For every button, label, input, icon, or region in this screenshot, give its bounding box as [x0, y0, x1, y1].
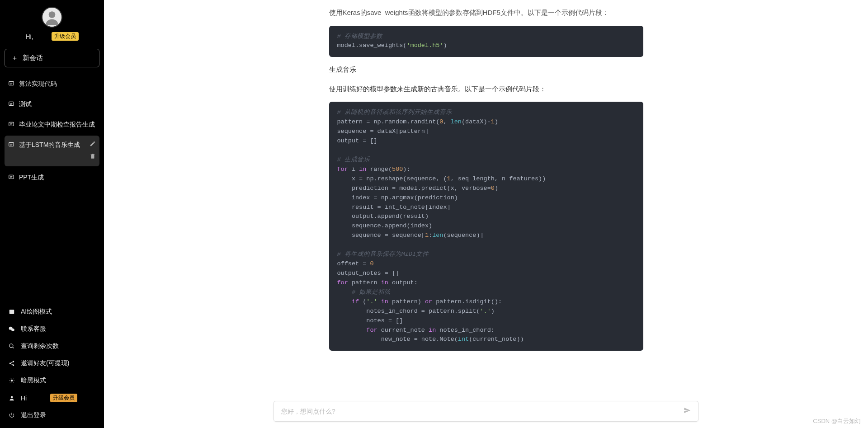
username-redacted: [36, 34, 49, 39]
svg-point-8: [10, 311, 11, 312]
svg-point-10: [13, 361, 14, 362]
conversation-item-active[interactable]: 基于LSTM的音乐生成: [5, 136, 99, 166]
tool-label: 退出登录: [21, 411, 46, 419]
conversation-label: 毕业论文中期检查报告生成: [19, 120, 96, 129]
tool-label: AI绘图模式: [21, 308, 52, 316]
query-remaining[interactable]: 查询剩余次数: [5, 338, 99, 354]
sidebar: Hi, 升级会员 ＋ 新会话 算法实现代码 测试 毕业论文中期检查报告生成: [0, 0, 104, 428]
svg-point-12: [13, 364, 14, 366]
sun-icon: [8, 377, 15, 384]
avatar[interactable]: [42, 7, 62, 28]
power-icon: [8, 412, 15, 419]
svg-rect-6: [9, 175, 14, 179]
user-row[interactable]: Hi 升级会员: [5, 390, 99, 406]
chat-icon: [8, 101, 14, 107]
upgrade-badge[interactable]: 升级会员: [52, 32, 79, 41]
edit-icon[interactable]: [90, 140, 96, 150]
code-block-save-weights: # 存储模型参数 model.save_weights('model.h5'): [329, 26, 643, 57]
tool-label: 暗黑模式: [21, 376, 46, 385]
logout[interactable]: 退出登录: [5, 407, 99, 423]
user-icon: [8, 395, 15, 401]
profile-block: Hi, 升级会员: [5, 7, 99, 41]
invite-friends[interactable]: 邀请好友(可提现): [5, 355, 99, 372]
greeting-row: Hi, 升级会员: [25, 32, 78, 41]
upgrade-badge-small[interactable]: 升级会员: [50, 394, 77, 402]
image-icon: [8, 309, 15, 315]
tool-label: 联系客服: [21, 325, 46, 333]
username-redacted: [32, 395, 45, 401]
chat-icon: [8, 141, 14, 148]
svg-point-1: [49, 11, 56, 18]
new-chat-button[interactable]: ＋ 新会话: [5, 49, 99, 67]
share-icon: [8, 360, 15, 367]
conversation-label: 测试: [19, 99, 96, 109]
tool-label: 查询剩余次数: [21, 342, 59, 350]
chat-icon: [8, 121, 14, 127]
svg-point-11: [9, 362, 11, 364]
main-content: 使用Keras的save_weights函数将模型的参数存储到HDF5文件中。以…: [104, 0, 868, 428]
send-icon[interactable]: [684, 407, 691, 416]
chat-input-bar: [274, 401, 698, 422]
section-heading-generate: 生成音乐: [329, 63, 643, 76]
greeting-prefix: Hi,: [25, 33, 33, 40]
chat-icon: [8, 80, 14, 87]
svg-point-14: [11, 396, 13, 398]
watermark: CSDN @白云如幻: [813, 417, 861, 425]
conversation-label: 基于LSTM的音乐生成: [19, 140, 85, 150]
dark-mode-toggle[interactable]: 暗黑模式: [5, 372, 99, 389]
svg-rect-5: [9, 142, 14, 146]
conversation-label: PPT生成: [19, 173, 96, 182]
conversation-list: 算法实现代码 测试 毕业论文中期检查报告生成 基于LSTM的音乐生成 P: [5, 75, 99, 187]
paragraph-partial: 使用Keras的save_weights函数将模型的参数存储到HDF5文件中。以…: [329, 6, 643, 19]
assistant-message: 使用Keras的save_weights函数将模型的参数存储到HDF5文件中。以…: [329, 6, 643, 351]
tool-section: AI绘图模式 联系客服 查询剩余次数 邀请好友(可提现) 暗黑模式 Hi: [5, 304, 99, 423]
svg-rect-4: [9, 122, 14, 126]
conversation-item[interactable]: 测试: [5, 95, 99, 113]
conversation-item[interactable]: PPT生成: [5, 168, 99, 187]
contact-support[interactable]: 联系客服: [5, 321, 99, 337]
plus-icon: ＋: [11, 54, 18, 62]
code-block-generate-music: # 从随机的音符或和弦序列开始生成音乐 pattern = np.random.…: [329, 102, 643, 351]
svg-point-9: [9, 344, 13, 348]
paragraph-generate-desc: 使用训练好的模型参数来生成新的古典音乐。以下是一个示例代码片段：: [329, 83, 643, 96]
conversation-actions: [90, 140, 96, 162]
conversation-label: 算法实现代码: [19, 79, 96, 89]
chat-input[interactable]: [281, 408, 684, 415]
search-icon: [8, 343, 15, 349]
user-prefix: Hi: [21, 395, 27, 402]
conversation-item[interactable]: 毕业论文中期检查报告生成: [5, 115, 99, 134]
conversation-item[interactable]: 算法实现代码: [5, 75, 99, 93]
chat-icon: [8, 174, 14, 180]
wechat-icon: [8, 326, 15, 332]
chat-scroll-area[interactable]: 使用Keras的save_weights函数将模型的参数存储到HDF5文件中。以…: [104, 0, 868, 428]
svg-point-13: [11, 380, 13, 382]
delete-icon[interactable]: [90, 152, 96, 162]
tool-label: 邀请好友(可提现): [21, 359, 69, 367]
ai-draw-mode[interactable]: AI绘图模式: [5, 304, 99, 320]
new-chat-label: 新会话: [23, 54, 43, 62]
